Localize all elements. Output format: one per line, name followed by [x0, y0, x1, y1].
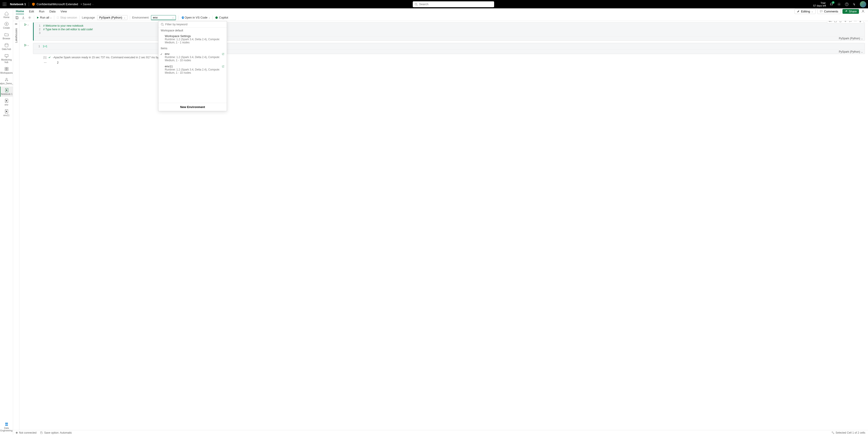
tab-edit[interactable]: Edit	[29, 9, 34, 14]
comments-button[interactable]: Comments	[817, 9, 841, 14]
chevron-down-icon[interactable]: ⌄	[27, 44, 29, 46]
delete-cell-icon[interactable]	[859, 21, 862, 23]
svg-rect-31	[835, 21, 837, 22]
vscode-icon	[181, 16, 184, 19]
svg-point-26	[5, 80, 6, 81]
tab-view[interactable]: View	[61, 9, 67, 14]
gear-icon[interactable]	[28, 15, 32, 20]
chevron-down-icon: ⌄	[124, 16, 125, 19]
check-icon	[48, 56, 51, 59]
save-icon[interactable]	[15, 15, 19, 20]
external-link-icon[interactable]	[222, 53, 224, 55]
help-icon[interactable]: ?	[844, 2, 849, 6]
plus-circle-icon	[4, 22, 9, 26]
connection-status[interactable]: Not connected	[16, 431, 36, 434]
share-button[interactable]: Share	[842, 9, 859, 14]
pencil-icon	[797, 10, 800, 13]
comment-cell-icon[interactable]	[848, 21, 852, 23]
copilot-button[interactable]: Copilot	[215, 16, 228, 19]
download-icon[interactable]	[21, 15, 25, 20]
ribbon-tabs: Home Edit Run Data View Editing ⌄ Commen…	[0, 8, 868, 14]
chevron-down-icon[interactable]: ⌄	[27, 23, 29, 26]
nav-data-engineering[interactable]: Data Engineering	[0, 421, 13, 433]
tab-home[interactable]: Home	[16, 8, 24, 14]
lock-icon[interactable]	[839, 21, 842, 23]
svg-line-34	[163, 25, 164, 26]
chevron-down-icon: ⌄	[92, 3, 94, 5]
trial-status[interactable]: Trial: 57 days left	[813, 2, 826, 7]
svg-text:?: ?	[846, 3, 847, 6]
run-all-button[interactable]: Run all ⌄	[36, 16, 52, 19]
svg-point-3	[3, 4, 4, 4]
more-icon[interactable]: ⋯	[854, 21, 857, 23]
open-vscode-button[interactable]: Open in VS Code ⌄	[181, 16, 210, 19]
env-filter-input[interactable]	[165, 23, 224, 26]
selection-status: Selected Cell 1 of 2 cells	[836, 431, 865, 434]
svg-rect-24	[7, 69, 8, 70]
share-icon	[845, 10, 847, 13]
env-item-env[interactable]: ✓ env Runtime: 1.2 (Spark 3.4, Delta 2.4…	[158, 51, 227, 63]
editing-mode-button[interactable]: Editing ⌄	[795, 9, 816, 14]
nav-env11[interactable]: env11	[0, 108, 13, 118]
notebook-toolbar: Run all ⌄ Stop session Language PySpark …	[0, 14, 868, 21]
nav-notebook1[interactable]: Notebook 1	[0, 87, 13, 97]
run-cell-icon[interactable]	[24, 44, 27, 46]
svg-rect-32	[840, 21, 841, 22]
cell-editor[interactable]: 11+1 PySpark (Python) ⌄	[33, 43, 865, 54]
env-filter[interactable]	[158, 21, 227, 28]
stop-icon	[57, 16, 59, 19]
expand-rail-icon[interactable]: ≫	[15, 22, 18, 26]
monitor-icon	[4, 54, 9, 58]
nav-data-hub[interactable]: Data hub	[0, 41, 13, 52]
rail-label[interactable]: Lakehouses	[15, 28, 18, 43]
chevron-down-icon: ⌄	[50, 16, 52, 19]
feedback-icon[interactable]	[852, 2, 857, 6]
env-item-workspace-settings[interactable]: Workspace Settings Runtime: 1.2 (Spark 3…	[158, 33, 227, 45]
freeze-icon[interactable]	[844, 21, 847, 23]
sensitivity-label[interactable]: Confidential\Microsoft Extended	[32, 2, 78, 6]
save-option-status[interactable]: Save option: Automatic	[40, 431, 72, 434]
play-icon	[36, 16, 39, 19]
external-link-icon[interactable]	[222, 65, 224, 68]
more-icon[interactable]: ⋯	[43, 61, 47, 64]
environment-dropdown[interactable]: env ⌄	[151, 15, 176, 20]
cell-language-selector[interactable]: PySpark (Python) ⌄	[33, 50, 865, 54]
global-search[interactable]	[413, 1, 494, 7]
nav-create[interactable]: Create	[0, 20, 13, 31]
cell-editor[interactable]: M↓ ⋯ 1# Welcome to your new notebook 2# …	[33, 22, 865, 41]
nav-browse[interactable]: Browse	[0, 31, 13, 41]
nav-workspaces[interactable]: Workspaces	[0, 65, 13, 75]
convert-icon[interactable]	[834, 21, 837, 23]
tab-data[interactable]: Data	[49, 9, 55, 14]
run-cell-icon[interactable]	[24, 23, 27, 26]
settings-icon[interactable]	[837, 2, 841, 6]
markdown-toggle-icon[interactable]: M↓	[829, 21, 832, 23]
save-icon	[40, 431, 43, 434]
notification-badge: 6	[832, 1, 835, 4]
nav-demo-env[interactable]: Shuaijun_Demo_Env	[0, 76, 13, 86]
check-icon: ✓	[160, 53, 162, 56]
tab-run[interactable]: Run	[39, 9, 44, 14]
search-input[interactable]	[419, 2, 492, 6]
notifications-icon[interactable]: 6	[829, 2, 834, 6]
svg-point-11	[839, 4, 839, 5]
chevron-down-icon: ⌄	[811, 10, 813, 13]
svg-rect-20	[5, 55, 8, 57]
copilot-side-icon[interactable]	[861, 9, 865, 13]
nav-home[interactable]: Home	[0, 10, 13, 20]
nav-env[interactable]: env	[0, 97, 13, 107]
new-environment-button[interactable]: New Environment	[158, 103, 227, 111]
app-launcher-icon[interactable]	[2, 2, 7, 7]
user-avatar[interactable]	[860, 1, 866, 7]
svg-point-2	[6, 2, 6, 3]
svg-rect-22	[7, 67, 8, 69]
env-item-env11[interactable]: env11 Runtime: 1.2 (Spark 3.4, Delta 2.4…	[158, 63, 227, 76]
data-eng-icon	[4, 422, 9, 427]
svg-rect-16	[57, 17, 59, 19]
save-status[interactable]: •Saved ⌄	[81, 2, 94, 6]
divider	[29, 2, 29, 6]
language-dropdown[interactable]: PySpark (Python) ⌄	[97, 15, 127, 20]
nav-monitoring[interactable]: Monitoring hub	[0, 52, 13, 65]
notebook-title[interactable]: Notebook 1	[10, 2, 26, 6]
svg-line-10	[417, 5, 418, 6]
